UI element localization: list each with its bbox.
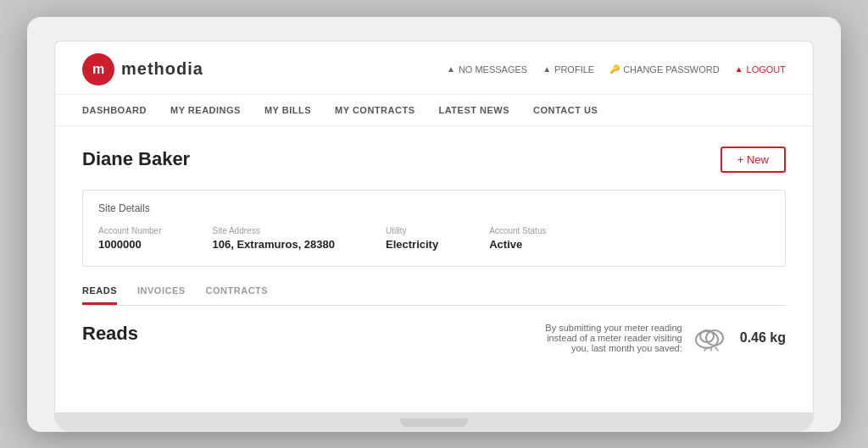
profile-link[interactable]: ▲ PROFILE xyxy=(542,64,594,75)
logo-text: methodia xyxy=(121,59,203,79)
logo-letter: m xyxy=(92,62,104,77)
content: Diane Baker + New Site Details Account N… xyxy=(55,126,813,373)
account-status-label: Account Status xyxy=(489,226,546,235)
top-bar: m methodia ▲ NO MESSAGES ▲ PROFILE 🔑 CHA… xyxy=(55,41,813,95)
account-number-label: Account Number xyxy=(98,226,161,235)
reads-title: Reads xyxy=(82,323,138,345)
change-password-link[interactable]: 🔑 CHANGE PASSWORD xyxy=(609,64,719,75)
reads-section: Reads By submitting your meter reading i… xyxy=(82,323,786,353)
tab-contracts[interactable]: CONTRACTS xyxy=(206,285,269,305)
co2-info: By submitting your meter reading instead… xyxy=(531,323,786,353)
messages-link[interactable]: ▲ NO MESSAGES xyxy=(447,64,527,75)
utility-label: Utility xyxy=(386,226,438,235)
logout-icon: ▲ xyxy=(735,64,743,74)
logout-link[interactable]: ▲ LOGOUT xyxy=(735,64,786,75)
svg-line-5 xyxy=(715,347,718,351)
nav-my-contracts[interactable]: MY CONTRACTS xyxy=(335,105,415,115)
cloud-icon xyxy=(693,324,730,351)
co2-value: 0.46 kg xyxy=(740,330,786,346)
screen: m methodia ▲ NO MESSAGES ▲ PROFILE 🔑 CHA… xyxy=(54,41,814,413)
tab-reads[interactable]: READS xyxy=(82,285,117,305)
profile-icon: ▲ xyxy=(542,64,551,74)
key-icon: 🔑 xyxy=(609,64,620,74)
account-status-value: Active xyxy=(489,238,546,251)
nav-contact-us[interactable]: CONTACT US xyxy=(533,105,598,115)
account-number-value: 1000000 xyxy=(98,238,161,251)
tab-invoices[interactable]: INVOICES xyxy=(137,285,186,305)
utility-field: Utility Electricity xyxy=(386,226,438,251)
main-nav: DASHBOARD MY READINGS MY BILLS MY CONTRA… xyxy=(55,95,813,126)
nav-my-readings[interactable]: MY READINGS xyxy=(170,105,241,115)
site-address-label: Site Address xyxy=(212,226,335,235)
person-icon: ▲ xyxy=(447,64,455,74)
top-nav-right: ▲ NO MESSAGES ▲ PROFILE 🔑 CHANGE PASSWOR… xyxy=(447,64,786,75)
page-title: Diane Baker xyxy=(82,148,190,170)
site-details-card: Site Details Account Number 1000000 Site… xyxy=(82,190,786,267)
laptop-notch xyxy=(400,418,468,427)
account-number-field: Account Number 1000000 xyxy=(98,226,161,251)
laptop-frame: m methodia ▲ NO MESSAGES ▲ PROFILE 🔑 CHA… xyxy=(27,17,841,432)
nav-latest-news[interactable]: LATEST NEWS xyxy=(438,105,509,115)
tabs: READS INVOICES CONTRACTS xyxy=(82,285,786,306)
logo-icon: m xyxy=(82,53,114,86)
site-details-row: Account Number 1000000 Site Address 106,… xyxy=(98,226,770,251)
nav-dashboard[interactable]: DASHBOARD xyxy=(82,105,147,115)
logo-area: m methodia xyxy=(82,53,203,86)
site-details-title: Site Details xyxy=(98,202,770,214)
site-address-field: Site Address 106, Extramuros, 28380 xyxy=(212,226,335,251)
site-address-value: 106, Extramuros, 28380 xyxy=(212,238,335,251)
account-status-field: Account Status Active xyxy=(489,226,546,251)
laptop-base xyxy=(54,413,814,432)
nav-my-bills[interactable]: MY BILLS xyxy=(264,105,311,115)
page-header: Diane Baker + New xyxy=(82,147,786,173)
co2-text: By submitting your meter reading instead… xyxy=(531,323,682,353)
new-button[interactable]: + New xyxy=(721,147,786,173)
utility-value: Electricity xyxy=(386,238,438,251)
